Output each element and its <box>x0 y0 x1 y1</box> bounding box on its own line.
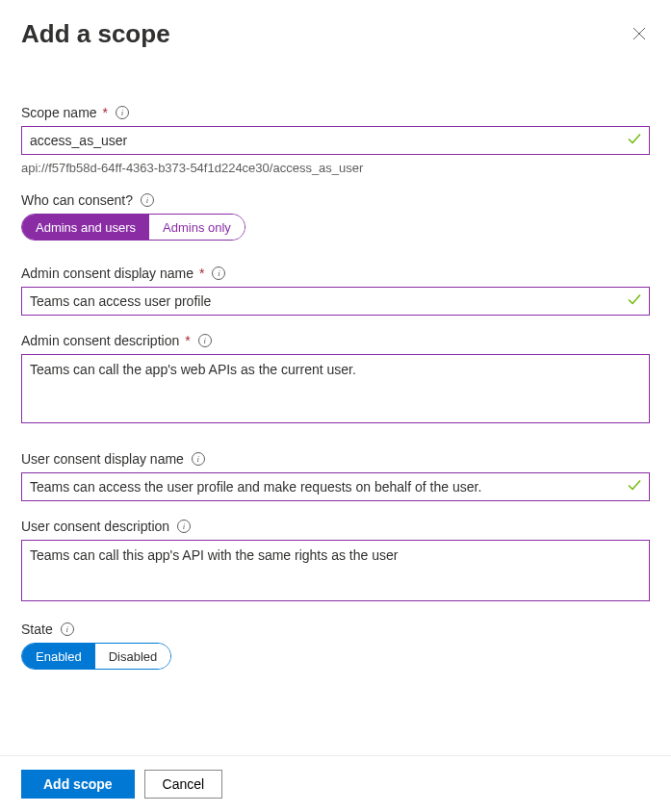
user-desc-textarea[interactable]: Teams can call this app's API with the s… <box>21 540 650 601</box>
close-icon <box>632 27 646 40</box>
state-label: State <box>21 622 53 637</box>
info-icon[interactable]: i <box>198 334 212 347</box>
consent-option-admins-users[interactable]: Admins and users <box>22 215 149 240</box>
consent-option-admins-only[interactable]: Admins only <box>149 215 245 240</box>
scope-name-label: Scope name <box>21 105 97 120</box>
user-display-input[interactable] <box>21 472 650 501</box>
scope-name-input[interactable] <box>21 126 650 155</box>
admin-display-label: Admin consent display name <box>21 266 194 281</box>
scope-name-helper: api://f57fb58d-64ff-4363-b373-54f1d224ce… <box>21 161 650 175</box>
admin-desc-label: Admin consent description <box>21 333 179 348</box>
consent-label: Who can consent? <box>21 192 133 208</box>
state-toggle: Enabled Disabled <box>21 643 171 670</box>
info-icon[interactable]: i <box>141 193 154 207</box>
info-icon[interactable]: i <box>212 266 225 280</box>
user-desc-label: User consent description <box>21 519 169 534</box>
cancel-button[interactable]: Cancel <box>144 770 223 799</box>
state-option-enabled[interactable]: Enabled <box>22 644 95 669</box>
required-asterisk: * <box>199 266 204 281</box>
footer: Add scope Cancel <box>0 755 671 812</box>
panel-title: Add a scope <box>21 19 170 49</box>
required-asterisk: * <box>185 333 190 348</box>
admin-desc-textarea[interactable]: Teams can call the app's web APIs as the… <box>21 354 650 423</box>
consent-toggle: Admins and users Admins only <box>21 214 245 241</box>
add-scope-button[interactable]: Add scope <box>21 770 135 799</box>
user-display-label: User consent display name <box>21 451 184 467</box>
admin-display-input[interactable] <box>21 287 650 316</box>
info-icon[interactable]: i <box>61 622 74 636</box>
info-icon[interactable]: i <box>192 452 205 466</box>
required-asterisk: * <box>103 105 108 120</box>
state-option-disabled[interactable]: Disabled <box>95 644 171 669</box>
info-icon[interactable]: i <box>116 106 129 119</box>
close-button[interactable] <box>629 23 650 44</box>
info-icon[interactable]: i <box>177 520 191 533</box>
